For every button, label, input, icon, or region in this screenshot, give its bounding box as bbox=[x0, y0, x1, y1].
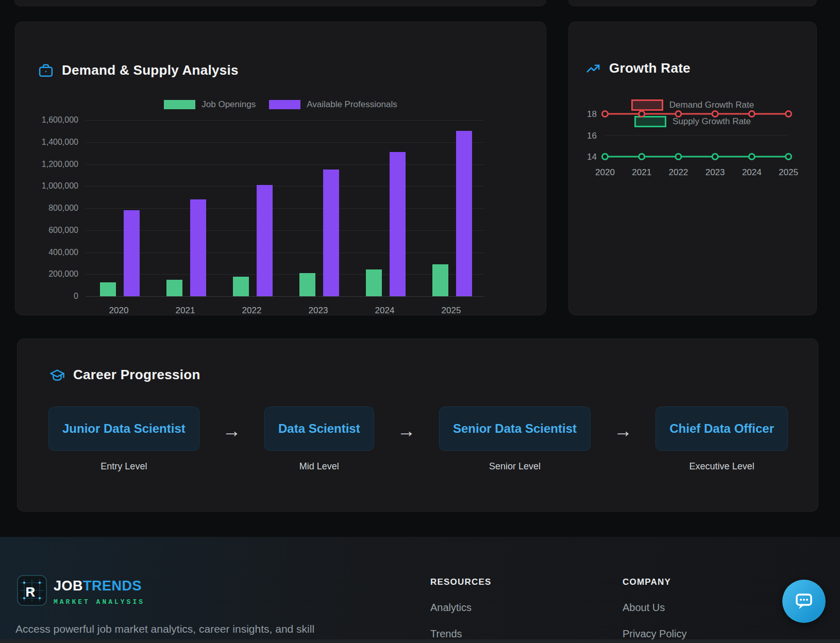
bar-job-openings-2020 bbox=[100, 282, 116, 296]
demand-supply-card: Demand & Supply Analysis Job Openings Av… bbox=[15, 22, 546, 315]
job-openings-swatch bbox=[164, 100, 195, 109]
top-partial-card-right bbox=[568, 0, 817, 6]
brand-logo-icon: R bbox=[17, 575, 47, 606]
x-axis-tick: 2021 bbox=[632, 167, 651, 177]
y-axis-tick: 400,000 bbox=[48, 248, 78, 257]
bar-available-professionals-2021 bbox=[190, 199, 206, 296]
legend-label: Job Openings bbox=[201, 99, 256, 110]
x-axis-tick: 2022 bbox=[242, 306, 262, 316]
bar-available-professionals-2022 bbox=[257, 185, 273, 296]
data-point bbox=[602, 111, 608, 117]
bar-available-professionals-2024 bbox=[390, 152, 406, 296]
bar-chart-legend: Job Openings Available Professionals bbox=[15, 99, 546, 110]
y-axis-tick: 600,000 bbox=[48, 226, 78, 235]
demand-supply-plot: 1,600,0001,400,0001,200,0001,000,000800,… bbox=[86, 120, 484, 296]
data-point bbox=[786, 111, 792, 117]
y-axis-tick: 200,000 bbox=[48, 269, 78, 279]
available-professionals-swatch bbox=[269, 100, 300, 109]
y-axis-tick: 1,000,000 bbox=[42, 181, 78, 191]
footer-link-about-us[interactable]: About Us bbox=[623, 602, 686, 614]
stage-level-senior: Senior Level bbox=[489, 461, 541, 472]
gridline bbox=[86, 230, 484, 231]
company-heading: COMPANY bbox=[623, 577, 686, 587]
growth-rate-card: Growth Rate Demand Growth Rate Supply Gr… bbox=[568, 22, 817, 315]
y-axis-tick: 0 bbox=[74, 292, 78, 301]
footer-link-analytics[interactable]: Analytics bbox=[430, 602, 492, 614]
career-progression-card: Career Progression Junior Data Scientist… bbox=[17, 339, 818, 512]
gridline bbox=[86, 274, 484, 275]
stage-level-mid: Mid Level bbox=[299, 461, 339, 472]
stage-box-junior[interactable]: Junior Data Scientist bbox=[48, 407, 199, 451]
y-axis-tick: 1,400,000 bbox=[42, 138, 78, 147]
chat-bubble-icon bbox=[793, 590, 815, 613]
stage-level-junior: Entry Level bbox=[100, 461, 147, 472]
career-stage-senior: Senior Data Scientist Senior Level bbox=[439, 407, 591, 472]
demand-supply-title: Demand & Supply Analysis bbox=[62, 62, 239, 78]
data-point bbox=[749, 111, 754, 117]
bar-job-openings-2025 bbox=[432, 264, 448, 296]
growth-rate-header: Growth Rate bbox=[585, 60, 691, 76]
gridline bbox=[86, 252, 484, 253]
footer-link-privacy-policy[interactable]: Privacy Policy bbox=[623, 628, 686, 640]
footer-column-resources: RESOURCES Analytics Trends bbox=[430, 577, 492, 640]
arrow-right-icon bbox=[614, 420, 632, 442]
data-point bbox=[676, 111, 681, 117]
legend-label: Available Professionals bbox=[307, 99, 397, 110]
x-axis-tick: 2020 bbox=[109, 306, 129, 316]
y-axis-tick: 16 bbox=[587, 131, 597, 141]
gridline bbox=[86, 186, 484, 187]
gridline bbox=[86, 208, 484, 209]
footer-logo-row: R JOBTRENDS MARKET ANALYSIS bbox=[17, 575, 145, 606]
bar-available-professionals-2023 bbox=[323, 170, 339, 296]
gridline bbox=[86, 120, 484, 121]
data-point bbox=[639, 111, 645, 117]
arrow-right-icon bbox=[223, 420, 241, 442]
x-axis-tick: 2023 bbox=[705, 167, 725, 177]
stage-box-chief[interactable]: Chief Data Officer bbox=[656, 407, 788, 451]
graduation-cap-icon bbox=[49, 367, 65, 383]
career-stage-junior: Junior Data Scientist Entry Level bbox=[48, 407, 199, 472]
brand-subtitle: MARKET ANALYSIS bbox=[54, 598, 145, 606]
bottom-edge-strip bbox=[0, 639, 840, 643]
bar-job-openings-2024 bbox=[366, 269, 382, 296]
gridline bbox=[86, 164, 484, 165]
data-point bbox=[712, 154, 718, 160]
x-axis-tick: 2024 bbox=[375, 306, 395, 316]
y-axis-tick: 1,600,000 bbox=[42, 115, 78, 125]
brand-name: JOBTRENDS bbox=[54, 578, 145, 594]
trending-up-icon bbox=[585, 61, 601, 76]
y-axis-tick: 14 bbox=[587, 152, 597, 162]
career-row: Junior Data Scientist Entry Level Data S… bbox=[48, 407, 788, 472]
y-axis-tick: 1,200,000 bbox=[42, 160, 78, 169]
x-axis-tick: 2025 bbox=[779, 167, 798, 177]
chat-button[interactable] bbox=[782, 580, 826, 623]
stage-box-data-scientist[interactable]: Data Scientist bbox=[264, 407, 374, 451]
bar-job-openings-2023 bbox=[299, 273, 315, 296]
x-axis-tick: 2023 bbox=[309, 306, 328, 316]
stage-box-senior[interactable]: Senior Data Scientist bbox=[439, 407, 591, 451]
data-point bbox=[749, 154, 754, 160]
y-axis-tick: 18 bbox=[587, 109, 597, 119]
x-axis-tick: 2022 bbox=[668, 167, 688, 177]
growth-rate-title: Growth Rate bbox=[609, 60, 691, 76]
gridline bbox=[86, 142, 484, 143]
stage-level-executive: Executive Level bbox=[690, 461, 754, 472]
legend-job-openings[interactable]: Job Openings bbox=[164, 99, 256, 110]
x-axis-tick: 2020 bbox=[595, 167, 615, 177]
resources-heading: RESOURCES bbox=[430, 577, 492, 587]
career-header: Career Progression bbox=[49, 367, 200, 383]
bar-job-openings-2022 bbox=[233, 277, 249, 297]
briefcase-icon bbox=[38, 63, 54, 78]
y-axis-tick: 800,000 bbox=[48, 204, 78, 213]
legend-available-professionals[interactable]: Available Professionals bbox=[269, 99, 397, 110]
footer-column-company: COMPANY About Us Privacy Policy bbox=[623, 577, 686, 640]
career-stage-mid: Data Scientist Mid Level bbox=[264, 407, 374, 472]
bar-job-openings-2021 bbox=[166, 280, 182, 296]
data-point bbox=[639, 154, 645, 160]
data-point bbox=[676, 154, 681, 160]
logo-letter: R bbox=[26, 584, 36, 600]
data-point bbox=[712, 111, 718, 117]
x-axis-tick: 2021 bbox=[176, 306, 195, 316]
x-axis-tick: 2024 bbox=[742, 167, 762, 177]
footer-link-trends[interactable]: Trends bbox=[430, 628, 492, 640]
